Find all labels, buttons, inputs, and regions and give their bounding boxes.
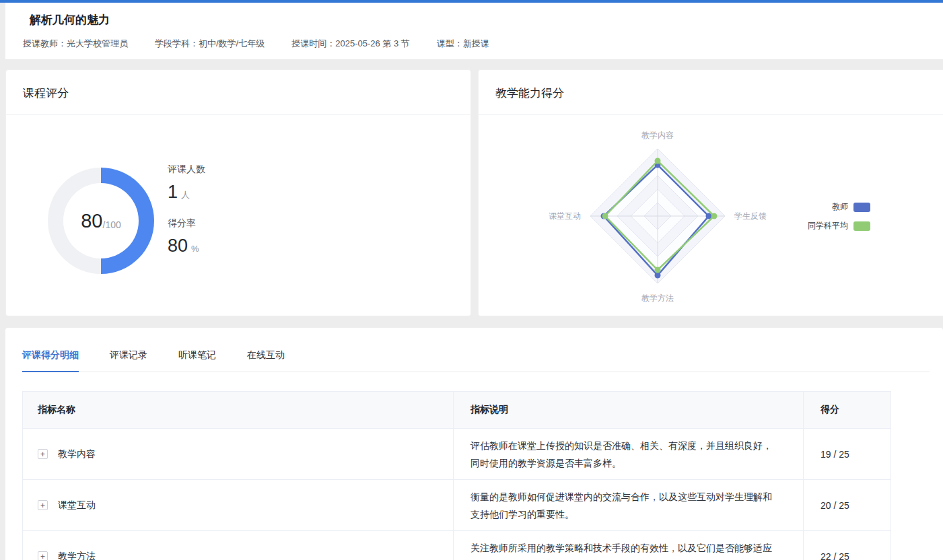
table-row: + 课堂互动 衡量的是教师如何促进课堂内的交流与合作，以及这些互动对学生理解和支…: [23, 480, 891, 531]
score-rate-value: 80%: [168, 236, 205, 256]
donut-score-value: 80: [81, 210, 102, 232]
legend-item-subject-average[interactable]: 同学科平均: [761, 220, 870, 232]
teaching-ability-radar-chart: 教学内容学生反馈教学方法课堂互动: [516, 115, 799, 316]
lesson-header: 解析几何的魅力 授课教师：光大学校管理员 学段学科：初中/数学/七年级 授课时间…: [5, 3, 943, 59]
score-stats: 评课人数 1人 得分率 80%: [168, 164, 205, 271]
tab-score-detail[interactable]: 评课得分明细: [22, 349, 79, 372]
course-score-donut: 80 /100: [48, 168, 154, 274]
expand-row-button[interactable]: +: [38, 551, 48, 560]
svg-text:课堂互动: 课堂互动: [549, 211, 581, 221]
table-row: + 教学内容 评估教师在课堂上传授的知识是否准确、相关、有深度，并且组织良好，同…: [23, 429, 891, 480]
table-row: + 教学方法 关注教师所采用的教学策略和技术手段的有效性，以及它们是否能够适应不…: [23, 531, 891, 560]
legend-item-teacher[interactable]: 教师: [761, 201, 870, 213]
indicator-score: 19 / 25: [804, 429, 891, 480]
details-panel: 评课得分明细 评课记录 听课笔记 在线互动 指标名称 指标说明 得分 + 教学内…: [5, 328, 943, 560]
indicator-desc: 关注教师所采用的教学策略和技术手段的有效性，以及它们是否能够适应不同的学习风格和…: [470, 539, 777, 560]
indicator-score: 20 / 25: [804, 480, 891, 531]
donut-center-label: 80 /100: [63, 183, 139, 258]
indicator-table: 指标名称 指标说明 得分 + 教学内容 评估教师在课堂上传授的知识是否准确、相关…: [22, 391, 891, 560]
reviewer-count-label: 评课人数: [168, 164, 205, 176]
meta-lesson-type: 课型：新授课: [437, 38, 489, 50]
column-indicator-desc: 指标说明: [454, 392, 804, 429]
column-score: 得分: [804, 392, 891, 429]
reviewer-count-value: 1人: [168, 182, 205, 203]
teaching-ability-title: 教学能力得分: [479, 70, 943, 115]
indicator-desc: 评估教师在课堂上传授的知识是否准确、相关、有深度，并且组织良好，同时使用的教学资…: [470, 437, 777, 472]
tab-listening-notes[interactable]: 听课笔记: [178, 349, 216, 372]
meta-time: 授课时间：2025-05-26 第 3 节: [291, 38, 410, 50]
lesson-meta: 授课教师：光大学校管理员 学段学科：初中/数学/七年级 授课时间：2025-05…: [23, 38, 943, 50]
column-indicator-name: 指标名称: [23, 392, 454, 429]
svg-text:教学内容: 教学内容: [641, 131, 674, 140]
meta-grade-subject: 学段学科：初中/数学/七年级: [155, 38, 265, 50]
score-rate-label: 得分率: [168, 217, 205, 230]
indicator-name: 教学方法: [58, 551, 96, 560]
tab-review-records[interactable]: 评课记录: [110, 349, 147, 372]
details-tabs: 评课得分明细 评课记录 听课笔记 在线互动: [22, 349, 930, 372]
indicator-desc: 衡量的是教师如何促进课堂内的交流与合作，以及这些互动对学生理解和支持他们学习的重…: [470, 488, 777, 523]
donut-score-max: /100: [103, 219, 121, 230]
expand-row-button[interactable]: +: [38, 500, 48, 510]
tab-online-interaction[interactable]: 在线互动: [247, 349, 285, 372]
expand-row-button[interactable]: +: [38, 449, 48, 459]
teacher-series-swatch-icon: [853, 203, 870, 212]
page-title: 解析几何的魅力: [30, 12, 943, 28]
indicator-name: 课堂互动: [58, 499, 96, 510]
indicator-score: 22 / 25: [804, 531, 891, 560]
course-score-card: 课程评分 80 /100 评课人数 1人 得分率 80%: [5, 69, 471, 316]
average-series-swatch-icon: [853, 221, 870, 231]
svg-text:教学方法: 教学方法: [641, 293, 674, 303]
radar-legend: 教师 同学科平均: [761, 201, 870, 239]
indicator-name: 教学内容: [58, 448, 96, 459]
table-header-row: 指标名称 指标说明 得分: [23, 392, 891, 429]
teaching-ability-card: 教学能力得分 教学内容学生反馈教学方法课堂互动 教师 同学科平均: [478, 69, 943, 316]
course-score-title: 课程评分: [6, 70, 470, 115]
meta-teacher: 授课教师：光大学校管理员: [23, 38, 128, 50]
